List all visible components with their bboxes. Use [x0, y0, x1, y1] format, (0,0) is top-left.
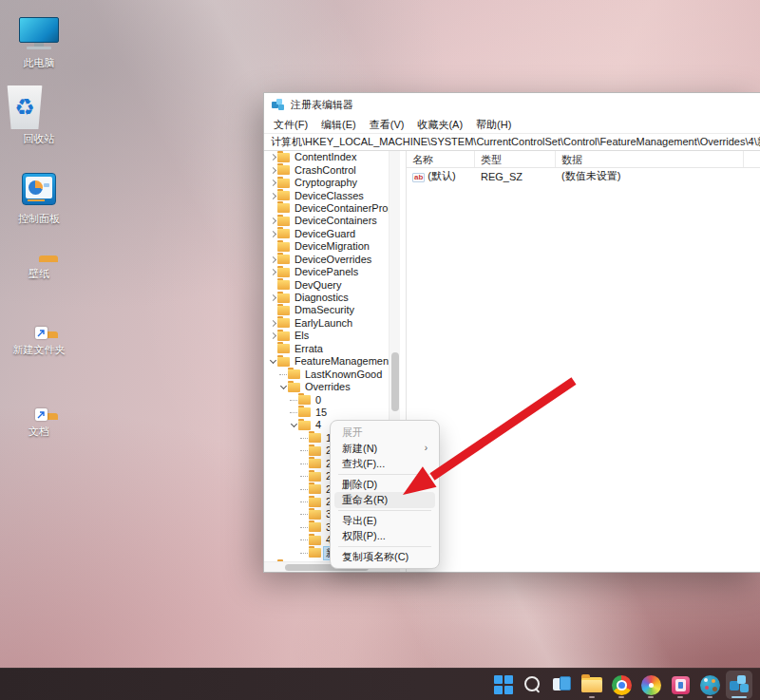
menu-item-copy-key-name[interactable]: 复制项名称(C): [334, 549, 435, 565]
column-header-type[interactable]: 类型: [475, 151, 556, 167]
search-button[interactable]: [520, 671, 546, 699]
column-header-data[interactable]: 数据: [556, 151, 744, 167]
registry-editor-taskbar-button[interactable]: [726, 671, 752, 699]
chevron-down-icon[interactable]: [279, 383, 288, 391]
chevron-right-icon[interactable]: [269, 255, 277, 264]
folder-icon: [277, 255, 290, 264]
folder-icon: [277, 318, 290, 328]
chrome-button[interactable]: [608, 671, 635, 699]
desktop-icon-folder-1[interactable]: 壁纸: [6, 247, 72, 281]
desktop-icon-this-pc[interactable]: 此电脑: [6, 17, 72, 70]
task-view-button[interactable]: [549, 671, 576, 699]
tree-item-label: EarlyLaunch: [293, 317, 354, 330]
tree-item-label: DeviceGuard: [293, 228, 357, 240]
tree-item-label: Errata: [293, 343, 325, 355]
menu-item-delete[interactable]: 删除(D): [334, 477, 435, 493]
tree-item[interactable]: DeviceGuard: [264, 228, 389, 240]
tree-item[interactable]: DevicePanels: [264, 266, 389, 278]
desktop-icon-folder-2[interactable]: 新建文件夹: [6, 323, 72, 357]
tree-item-label: LastKnownGood: [303, 369, 384, 381]
photos-icon: [641, 675, 661, 695]
desktop-icon-recycle-bin[interactable]: ♻ 回收站: [6, 85, 72, 146]
tree-item[interactable]: DeviceContainerPropertyUpda: [264, 202, 389, 215]
column-header-name[interactable]: 名称: [407, 151, 475, 167]
menu-item-find[interactable]: 查找(F)...: [334, 456, 435, 472]
string-value-icon: ab: [412, 173, 425, 182]
folder-icon: [298, 407, 311, 417]
tree-item[interactable]: Cryptography: [264, 177, 389, 189]
tree-item[interactable]: DevQuery: [264, 278, 389, 291]
chevron-right-icon[interactable]: [269, 192, 277, 200]
chevron-right-icon[interactable]: [269, 268, 277, 276]
chevron-right-icon[interactable]: [269, 217, 277, 225]
this-pc-icon: [19, 17, 59, 49]
desktop-icon-control-panel[interactable]: 控制面板: [6, 173, 72, 226]
menu-help[interactable]: 帮助(H): [469, 116, 518, 134]
chevron-right-icon[interactable]: [269, 153, 277, 161]
chevron-right-icon[interactable]: [269, 179, 277, 187]
paint-button[interactable]: [696, 671, 723, 699]
tree-item[interactable]: Errata: [264, 343, 389, 355]
folder-icon: [277, 179, 290, 188]
folder-icon: [277, 357, 290, 367]
menu-item-rename[interactable]: 重命名(R): [334, 492, 435, 508]
folder-icon: [277, 242, 290, 252]
tree-item[interactable]: LastKnownGood: [264, 368, 389, 380]
folder-icon: [309, 498, 321, 507]
menu-view[interactable]: 查看(V): [363, 116, 411, 134]
registry-values-pane[interactable]: 名称 类型 数据 ab(默认) REG_SZ (数值未设置): [407, 151, 760, 572]
desktop-icon-folder-3[interactable]: 文档: [6, 405, 72, 439]
menu-bar: 文件(F) 编辑(E) 查看(V) 收藏夹(A) 帮助(H): [264, 116, 760, 134]
chevron-right-icon[interactable]: [269, 166, 277, 175]
chevron-down-icon[interactable]: [269, 357, 277, 366]
tree-item[interactable]: FeatureManagement: [264, 355, 389, 368]
chevron-down-icon[interactable]: [290, 421, 298, 429]
tree-item[interactable]: Overrides: [264, 381, 389, 393]
folder-icon: [298, 421, 311, 430]
menu-separator: [338, 510, 431, 511]
chevron-right-icon[interactable]: [269, 230, 277, 238]
menu-edit[interactable]: 编辑(E): [314, 116, 363, 134]
chevron-right-icon[interactable]: [269, 293, 277, 302]
tree-item[interactable]: EarlyLaunch: [264, 317, 389, 330]
file-explorer-button[interactable]: [579, 671, 605, 699]
tree-item[interactable]: 15: [264, 407, 389, 419]
tree-item[interactable]: DeviceClasses: [264, 189, 389, 201]
search-icon: [523, 675, 542, 694]
tree-item[interactable]: DmaSecurity: [264, 304, 389, 316]
shortcut-arrow-icon: [35, 327, 48, 339]
menu-item-new[interactable]: 新建(N)›: [334, 441, 435, 457]
tree-item[interactable]: ContentIndex: [264, 151, 389, 163]
scrollbar-thumb[interactable]: [391, 352, 399, 411]
address-bar[interactable]: 计算机\HKEY_LOCAL_MACHINE\SYSTEM\CurrentCon…: [264, 134, 760, 151]
tree-item[interactable]: Els: [264, 330, 389, 342]
folder-icon: [277, 229, 290, 238]
start-button[interactable]: [490, 671, 517, 699]
photos-button[interactable]: [637, 671, 664, 699]
folder-icon: [277, 153, 290, 162]
tree-item[interactable]: DeviceContainers: [264, 215, 389, 227]
submenu-arrow-icon: ›: [425, 441, 428, 457]
value-row[interactable]: ab(默认) REG_SZ (数值未设置): [407, 168, 760, 184]
desktop-icon-label: 回收站: [6, 132, 72, 146]
task-view-icon: [553, 676, 572, 693]
folder-icon: [277, 191, 290, 200]
folder-icon: [309, 510, 321, 520]
media-app-icon: [672, 676, 690, 694]
menu-file[interactable]: 文件(F): [267, 116, 314, 134]
chevron-right-icon[interactable]: [269, 331, 277, 340]
tree-item[interactable]: DeviceOverrides: [264, 254, 389, 266]
control-panel-icon: [22, 173, 56, 205]
menu-item-export[interactable]: 导出(E): [334, 513, 435, 529]
tree-item[interactable]: Diagnostics: [264, 292, 389, 304]
chevron-right-icon[interactable]: [269, 319, 277, 328]
tree-item[interactable]: 0: [264, 393, 389, 406]
tree-item[interactable]: DeviceMigration: [264, 240, 389, 253]
window-title: 注册表编辑器: [291, 98, 353, 112]
menu-item-permissions[interactable]: 权限(P)...: [334, 528, 435, 544]
title-bar[interactable]: 注册表编辑器: [264, 93, 760, 116]
media-app-button[interactable]: [667, 671, 694, 699]
folder-icon: [277, 268, 290, 277]
menu-favorites[interactable]: 收藏夹(A): [410, 116, 469, 134]
tree-item[interactable]: CrashControl: [264, 163, 389, 176]
